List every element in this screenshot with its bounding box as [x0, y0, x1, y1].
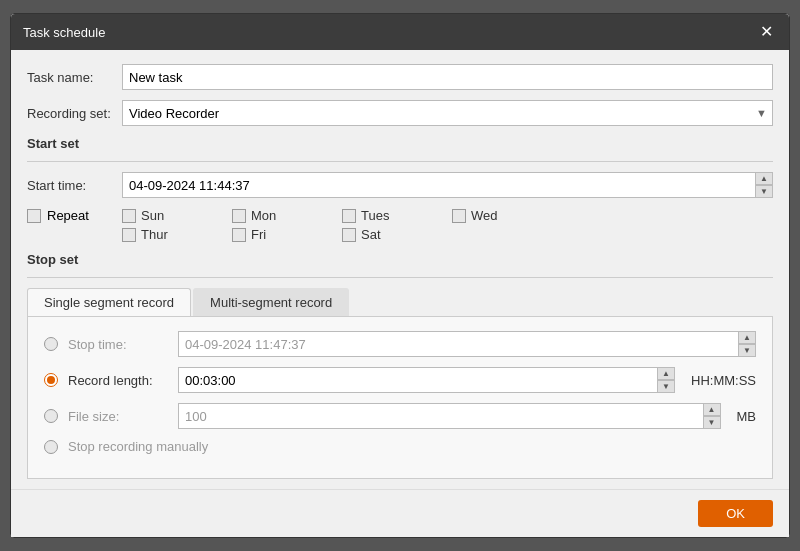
- fri-label: Fri: [251, 227, 266, 242]
- task-name-row: Task name:: [27, 64, 773, 90]
- manual-stop-radio[interactable]: [44, 440, 58, 454]
- recording-set-select[interactable]: Video Recorder: [122, 100, 773, 126]
- file-size-label: File size:: [68, 409, 168, 424]
- start-set-title: Start set: [27, 136, 773, 151]
- dialog-footer: OK: [11, 489, 789, 537]
- day-tues: Tues: [342, 208, 452, 223]
- recording-set-row: Recording set: Video Recorder ▼: [27, 100, 773, 126]
- sat-checkbox[interactable]: [342, 228, 356, 242]
- task-name-label: Task name:: [27, 70, 122, 85]
- tabs-row: Single segment record Multi-segment reco…: [27, 288, 773, 317]
- start-time-row: Start time: ▲ ▼: [27, 172, 773, 198]
- record-length-spinners: ▲ ▼: [657, 367, 675, 393]
- record-length-down-button[interactable]: ▼: [657, 380, 675, 393]
- file-size-input[interactable]: [178, 403, 721, 429]
- file-size-down-button[interactable]: ▼: [703, 416, 721, 429]
- sun-label: Sun: [141, 208, 164, 223]
- days-grid: Sun Mon Tues Wed Thur: [122, 208, 562, 242]
- start-time-up-button[interactable]: ▲: [755, 172, 773, 185]
- repeat-label-area: Repeat: [27, 208, 122, 223]
- tues-checkbox[interactable]: [342, 209, 356, 223]
- ok-button[interactable]: OK: [698, 500, 773, 527]
- wed-label: Wed: [471, 208, 498, 223]
- repeat-label: Repeat: [47, 208, 89, 223]
- file-size-radio[interactable]: [44, 409, 58, 423]
- start-time-label: Start time:: [27, 178, 122, 193]
- tues-label: Tues: [361, 208, 389, 223]
- file-size-row: File size: ▲ ▼ MB: [44, 403, 756, 429]
- mon-checkbox[interactable]: [232, 209, 246, 223]
- fri-checkbox[interactable]: [232, 228, 246, 242]
- repeat-row: Repeat Sun Mon Tues Wed: [27, 208, 773, 242]
- stop-time-spinners: ▲ ▼: [738, 331, 756, 357]
- record-length-label: Record length:: [68, 373, 168, 388]
- thur-label: Thur: [141, 227, 168, 242]
- day-fri: Fri: [232, 227, 342, 242]
- tab-single-segment[interactable]: Single segment record: [27, 288, 191, 316]
- day-mon: Mon: [232, 208, 342, 223]
- record-length-spinner-wrapper: ▲ ▼: [178, 367, 675, 393]
- record-length-up-button[interactable]: ▲: [657, 367, 675, 380]
- start-time-input[interactable]: [122, 172, 773, 198]
- day-thur: Thur: [122, 227, 232, 242]
- dialog-title: Task schedule: [23, 25, 105, 40]
- task-name-input[interactable]: [122, 64, 773, 90]
- title-bar: Task schedule ✕: [11, 14, 789, 50]
- task-schedule-dialog: Task schedule ✕ Task name: Recording set…: [10, 13, 790, 538]
- start-time-spinners: ▲ ▼: [755, 172, 773, 198]
- file-size-up-button[interactable]: ▲: [703, 403, 721, 416]
- tab-multi-segment[interactable]: Multi-segment record: [193, 288, 349, 316]
- close-button[interactable]: ✕: [756, 22, 777, 42]
- manual-stop-row: Stop recording manually: [44, 439, 756, 454]
- start-time-spinner-wrapper: ▲ ▼: [122, 172, 773, 198]
- record-length-row: Record length: ▲ ▼ HH:MM:SS: [44, 367, 756, 393]
- thur-checkbox[interactable]: [122, 228, 136, 242]
- stop-time-spinner-wrapper: ▲ ▼: [178, 331, 756, 357]
- stop-time-row: Stop time: ▲ ▼: [44, 331, 756, 357]
- manual-stop-label: Stop recording manually: [68, 439, 208, 454]
- record-length-unit: HH:MM:SS: [691, 373, 756, 388]
- sat-label: Sat: [361, 227, 381, 242]
- stop-time-up-button[interactable]: ▲: [738, 331, 756, 344]
- mon-label: Mon: [251, 208, 276, 223]
- file-size-spinners: ▲ ▼: [703, 403, 721, 429]
- sun-checkbox[interactable]: [122, 209, 136, 223]
- tab-content: Stop time: ▲ ▼ Record length: ▲: [27, 317, 773, 479]
- start-divider: [27, 161, 773, 162]
- stop-time-radio[interactable]: [44, 337, 58, 351]
- file-size-unit: MB: [737, 409, 757, 424]
- wed-checkbox[interactable]: [452, 209, 466, 223]
- start-time-down-button[interactable]: ▼: [755, 185, 773, 198]
- stop-time-label: Stop time:: [68, 337, 168, 352]
- repeat-checkbox[interactable]: [27, 209, 41, 223]
- stop-divider: [27, 277, 773, 278]
- day-sun: Sun: [122, 208, 232, 223]
- recording-set-wrapper: Video Recorder ▼: [122, 100, 773, 126]
- record-length-input[interactable]: [178, 367, 675, 393]
- dialog-body: Task name: Recording set: Video Recorder…: [11, 50, 789, 489]
- stop-time-down-button[interactable]: ▼: [738, 344, 756, 357]
- file-size-spinner-wrapper: ▲ ▼: [178, 403, 721, 429]
- day-wed: Wed: [452, 208, 562, 223]
- stop-time-input[interactable]: [178, 331, 756, 357]
- stop-set-title: Stop set: [27, 252, 773, 267]
- recording-set-label: Recording set:: [27, 106, 122, 121]
- day-sat: Sat: [342, 227, 452, 242]
- record-length-radio[interactable]: [44, 373, 58, 387]
